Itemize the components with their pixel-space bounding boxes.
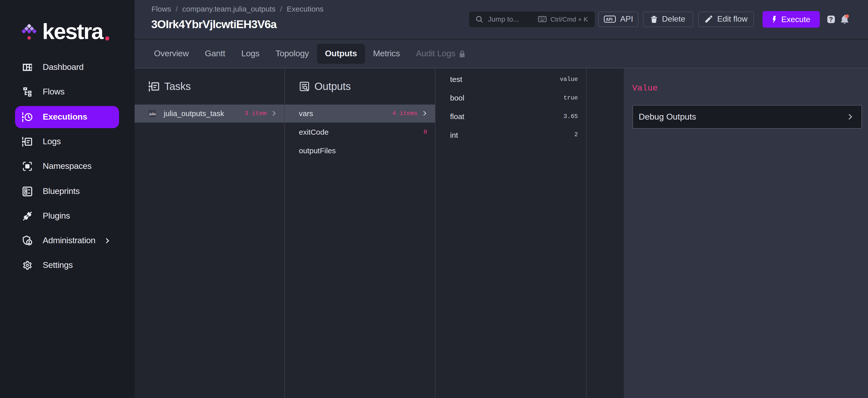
svg-text:kestra: kestra — [42, 19, 104, 44]
svg-text:API: API — [606, 17, 612, 22]
